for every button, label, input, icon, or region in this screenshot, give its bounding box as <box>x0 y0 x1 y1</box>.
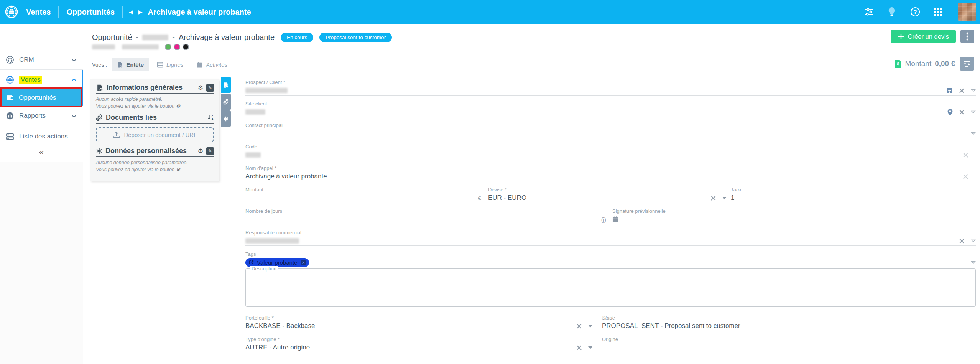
tag-share-icon <box>249 260 254 265</box>
field-nombre-de-jours[interactable]: Nombre de jours (j) <box>245 205 606 226</box>
section-informations-generales: Informations générales ⚙ ✎ <box>96 84 214 94</box>
sort-icon[interactable]: Z A <box>207 114 214 121</box>
sidebar-item-ventes[interactable]: Ventes <box>0 71 83 88</box>
balance-button[interactable] <box>960 57 974 71</box>
field-tags[interactable]: Tags Valeur probante ✕ <box>245 248 976 268</box>
tab-activites[interactable]: Activités <box>191 58 232 71</box>
field-taux[interactable]: Taux 1 <box>731 183 976 205</box>
list-icon <box>6 133 14 140</box>
dropdown-chevron-icon[interactable] <box>971 261 976 264</box>
field-prospect-client[interactable]: Prospect / Client * <box>245 76 976 97</box>
field-value[interactable]: BACKBASE - Backbase <box>245 322 315 330</box>
sidebar-item-liste-des-actions[interactable]: Liste des actions <box>0 128 83 145</box>
clear-icon[interactable] <box>959 239 964 244</box>
field-value[interactable]: EUR - EURO <box>488 194 526 202</box>
currency-suffix: € <box>478 195 481 201</box>
clear-icon[interactable] <box>711 196 716 201</box>
field-portefeuille[interactable]: Portefeuille * BACKBASE - Backbase <box>245 311 592 333</box>
create-quote-button[interactable]: Créer un devis <box>891 30 956 43</box>
panel-tab-custom[interactable] <box>221 110 231 127</box>
field-value[interactable]: AUTRE - Autre origine <box>245 344 310 351</box>
app-logo-icon[interactable] <box>5 5 18 19</box>
document-dropzone[interactable]: Déposer un document / URL <box>96 127 214 142</box>
edit-icon[interactable]: ✎ <box>206 84 214 92</box>
amount-group: $ Montant 0,00 € <box>894 59 955 68</box>
clear-icon[interactable] <box>959 110 964 115</box>
sidebar-item-label: Opportunités <box>19 94 56 102</box>
status-dot-pink <box>174 44 180 50</box>
tag-remove-icon[interactable]: ✕ <box>301 260 306 265</box>
empty-line: Aucun accès rapide paramétré. <box>96 97 163 102</box>
sidebar-item-label: Ventes <box>19 76 42 84</box>
clear-icon[interactable] <box>577 345 582 350</box>
select-chevron-icon[interactable] <box>588 325 592 328</box>
header-view-icon <box>117 61 123 68</box>
clear-icon[interactable] <box>577 324 582 329</box>
apps-grid-icon[interactable] <box>933 7 943 17</box>
clear-icon[interactable] <box>959 88 964 93</box>
views-switcher: Vues : Entête Lignes Activités <box>92 58 232 71</box>
field-stade: Stade PROPOSAL_SENT - Proposal sent to c… <box>602 311 976 333</box>
field-montant[interactable]: Montant € <box>245 183 481 205</box>
record-subline <box>92 44 189 50</box>
field-responsable-commercial[interactable]: Responsable commercial <box>245 226 976 248</box>
avatar[interactable] <box>958 3 976 21</box>
redacted-text <box>92 44 115 49</box>
field-devise[interactable]: Devise * EUR - EURO <box>488 183 727 205</box>
field-label: Portefeuille * <box>245 311 592 321</box>
topbar-menu-opportunites[interactable]: Opportunités <box>59 8 122 16</box>
filters-icon[interactable] <box>864 7 874 17</box>
calendar-icon[interactable] <box>612 216 618 222</box>
empty-state-text: Aucun accès rapide paramétré. Vous pouve… <box>96 96 214 110</box>
chevron-down-icon <box>71 114 77 118</box>
edit-icon[interactable]: ✎ <box>206 147 214 155</box>
topbar-menu-ventes[interactable]: Ventes <box>18 8 58 16</box>
company-icon[interactable] <box>947 87 953 94</box>
prev-record-icon[interactable]: ◀ <box>129 9 133 15</box>
panel-tab-info[interactable] <box>221 77 231 93</box>
panel-tab-documents[interactable] <box>221 94 231 110</box>
tab-entete[interactable]: Entête <box>112 58 149 71</box>
dropdown-chevron-icon[interactable] <box>971 110 976 114</box>
amount-toolbar: $ Montant 0,00 € <box>894 57 974 71</box>
description-textarea[interactable]: Description <box>245 268 976 307</box>
clear-icon[interactable] <box>963 153 968 158</box>
select-chevron-icon[interactable] <box>588 346 592 349</box>
sidebar-item-rapports[interactable]: Rapports <box>0 107 83 124</box>
dropdown-chevron-icon[interactable] <box>971 239 976 242</box>
sidebar-collapse-button[interactable]: « <box>0 147 83 161</box>
help-icon[interactable]: ? <box>910 7 920 17</box>
next-record-icon[interactable]: ▶ <box>138 9 143 15</box>
map-pin-icon[interactable] <box>947 109 953 115</box>
field-value[interactable]: ... <box>245 130 251 137</box>
sidebar-divider <box>0 126 83 126</box>
chevron-up-icon <box>71 78 77 82</box>
sidebar-item-crm[interactable]: CRM <box>0 51 83 68</box>
field-code[interactable]: Code <box>245 140 976 162</box>
clear-icon[interactable] <box>963 174 968 179</box>
field-origine[interactable]: Origine <box>602 333 976 354</box>
dropdown-chevron-icon[interactable] <box>971 89 976 92</box>
field-value[interactable]: Archivage à valeur probante <box>245 173 327 180</box>
field-contact-principal[interactable]: Contact principal ... <box>245 119 976 140</box>
gear-icon[interactable]: ⚙ <box>198 148 203 154</box>
tab-lignes[interactable]: Lignes <box>152 58 188 71</box>
sidebar-item-label: CRM <box>19 56 34 64</box>
gear-icon[interactable]: ⚙ <box>198 85 203 91</box>
field-label: Code <box>245 140 976 150</box>
select-chevron-icon[interactable] <box>722 197 727 199</box>
field-type-origine[interactable]: Type d'origine * AUTRE - Autre origine <box>245 333 592 354</box>
field-underline <box>612 224 677 224</box>
field-site-client[interactable]: Site client <box>245 97 976 119</box>
field-label: Contact principal <box>245 119 976 128</box>
page-title: Opportunité - - Archivage à valeur proba… <box>92 33 392 42</box>
field-label: Nombre de jours <box>245 205 606 214</box>
sidebar-item-opportunites[interactable]: Opportunités <box>0 89 83 106</box>
views-label: Vues : <box>92 62 107 68</box>
lightbulb-icon[interactable] <box>887 7 897 17</box>
field-nom-appel[interactable]: Nom d'appel * Archivage à valeur probant… <box>245 162 976 183</box>
more-actions-button[interactable] <box>960 30 974 43</box>
field-signature-previsionnelle[interactable]: Signature prévisionnelle <box>612 205 976 226</box>
wallet-icon <box>6 94 14 102</box>
dropdown-chevron-icon[interactable] <box>971 132 976 135</box>
